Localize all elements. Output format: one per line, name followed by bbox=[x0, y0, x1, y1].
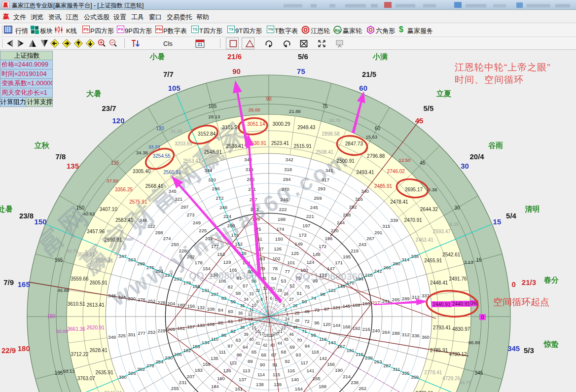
svg-text:9: 9 bbox=[256, 299, 259, 304]
svg-text:135: 135 bbox=[111, 160, 119, 166]
svg-text:2796.88: 2796.88 bbox=[367, 153, 385, 159]
svg-text:5/5: 5/5 bbox=[423, 104, 433, 112]
svg-text:53: 53 bbox=[281, 278, 287, 284]
svg-text:322: 322 bbox=[147, 223, 155, 229]
svg-text:345: 345 bbox=[169, 188, 177, 194]
svg-text:278: 278 bbox=[146, 363, 154, 368]
svg-text:87: 87 bbox=[228, 343, 233, 349]
svg-text:117: 117 bbox=[301, 360, 308, 365]
svg-text:2515.91: 2515.91 bbox=[294, 143, 312, 149]
svg-text:35: 35 bbox=[240, 303, 245, 308]
svg-text:296: 296 bbox=[212, 186, 220, 191]
svg-text:109: 109 bbox=[207, 321, 215, 327]
svg-text:2635.91: 2635.91 bbox=[96, 370, 114, 375]
svg-text:3101.99: 3101.99 bbox=[222, 125, 241, 130]
svg-text:316: 316 bbox=[355, 196, 363, 202]
svg-text:15: 15 bbox=[493, 217, 502, 226]
svg-text:15.63: 15.63 bbox=[366, 134, 378, 140]
svg-text:2485.91: 2485.91 bbox=[374, 183, 393, 189]
svg-text:301: 301 bbox=[128, 332, 136, 337]
svg-text:6: 6 bbox=[270, 296, 273, 301]
svg-text:180: 180 bbox=[18, 344, 30, 353]
svg-text:112: 112 bbox=[229, 360, 237, 365]
svg-text:118: 118 bbox=[312, 349, 319, 355]
svg-text:170: 170 bbox=[347, 280, 355, 285]
svg-text:273: 273 bbox=[187, 212, 195, 217]
svg-text:207: 207 bbox=[187, 374, 195, 379]
svg-text:150: 150 bbox=[275, 236, 283, 242]
svg-text:23: 23 bbox=[284, 321, 288, 326]
svg-text:3712.22: 3712.22 bbox=[71, 352, 89, 357]
svg-text:7/7: 7/7 bbox=[163, 70, 174, 78]
svg-text:2538.41: 2538.41 bbox=[226, 143, 244, 149]
svg-text:3407.10: 3407.10 bbox=[100, 207, 118, 212]
svg-text:61: 61 bbox=[228, 319, 233, 324]
svg-text:148: 148 bbox=[313, 251, 321, 257]
svg-text:137: 137 bbox=[239, 377, 247, 382]
svg-text:63: 63 bbox=[236, 337, 241, 343]
svg-text:346: 346 bbox=[140, 217, 147, 223]
svg-text:348: 348 bbox=[108, 293, 116, 298]
svg-text:3508.81: 3508.81 bbox=[77, 252, 96, 257]
svg-text:294: 294 bbox=[283, 177, 291, 182]
svg-text:34: 34 bbox=[244, 297, 249, 302]
svg-text:99: 99 bbox=[313, 278, 318, 284]
svg-text:290: 290 bbox=[393, 261, 400, 266]
svg-text:4780.12: 4780.12 bbox=[449, 352, 467, 357]
svg-text:惊蛰: 惊蛰 bbox=[543, 340, 559, 348]
svg-text:58: 58 bbox=[236, 290, 241, 296]
svg-text:181: 181 bbox=[177, 325, 185, 331]
svg-text:227: 227 bbox=[165, 272, 173, 278]
svg-text:时间、空间循环: 时间、空间循环 bbox=[455, 74, 524, 85]
svg-text:84: 84 bbox=[218, 307, 223, 313]
svg-text:153: 153 bbox=[217, 251, 225, 257]
svg-text:2440.91: 2440.91 bbox=[452, 301, 470, 307]
svg-text:229: 229 bbox=[157, 328, 165, 333]
svg-text:42: 42 bbox=[263, 343, 268, 348]
svg-text:255: 255 bbox=[171, 386, 179, 391]
svg-text:248: 248 bbox=[219, 205, 227, 210]
svg-text:6.25: 6.25 bbox=[450, 221, 459, 227]
svg-text:40: 40 bbox=[249, 337, 254, 342]
svg-text:200: 200 bbox=[227, 223, 235, 228]
svg-text:3: 3 bbox=[283, 303, 285, 308]
svg-text:183: 183 bbox=[195, 367, 203, 373]
svg-text:165: 165 bbox=[313, 376, 321, 381]
svg-text:21.88: 21.88 bbox=[289, 108, 301, 114]
svg-text:39: 39 bbox=[244, 332, 249, 337]
svg-text:131: 131 bbox=[202, 287, 210, 293]
svg-text:115: 115 bbox=[273, 372, 280, 377]
svg-text:313: 313 bbox=[412, 294, 420, 300]
svg-text:2793.41: 2793.41 bbox=[433, 325, 451, 330]
svg-text:2553.41: 2553.41 bbox=[183, 158, 201, 164]
svg-text:172: 172 bbox=[319, 244, 326, 249]
svg-text:226: 226 bbox=[179, 248, 187, 253]
svg-text:275: 275 bbox=[146, 265, 154, 270]
svg-text:2508.41: 2508.41 bbox=[316, 149, 334, 155]
svg-text:242: 242 bbox=[374, 268, 382, 274]
svg-text:3356.25: 3356.25 bbox=[115, 187, 133, 192]
svg-text:245: 245 bbox=[310, 205, 318, 210]
svg-text:272: 272 bbox=[216, 195, 224, 201]
svg-text:立秋: 立秋 bbox=[34, 141, 50, 149]
svg-text:22/9: 22/9 bbox=[1, 346, 16, 355]
svg-text:3152.84: 3152.84 bbox=[198, 131, 216, 137]
svg-text:60: 60 bbox=[228, 309, 233, 314]
svg-text:288: 288 bbox=[392, 330, 400, 336]
svg-text:265: 265 bbox=[392, 297, 400, 302]
svg-text:182: 182 bbox=[183, 348, 191, 353]
svg-text:75: 75 bbox=[297, 67, 305, 75]
svg-text:250: 250 bbox=[171, 242, 179, 247]
svg-text:262: 262 bbox=[359, 386, 366, 391]
svg-text:4830.97: 4830.97 bbox=[452, 326, 470, 332]
svg-text:249: 249 bbox=[193, 220, 201, 225]
svg-text:169: 169 bbox=[353, 302, 360, 308]
svg-text:5/3: 5/3 bbox=[524, 346, 534, 355]
svg-text:158: 158 bbox=[192, 344, 200, 349]
svg-text:2620.91: 2620.91 bbox=[87, 325, 105, 330]
svg-text:23/7: 23/7 bbox=[102, 104, 116, 112]
svg-text:121: 121 bbox=[333, 305, 341, 310]
svg-text:300: 300 bbox=[128, 296, 136, 301]
svg-text:122: 122 bbox=[328, 287, 336, 293]
svg-text:3254.55: 3254.55 bbox=[153, 153, 171, 159]
